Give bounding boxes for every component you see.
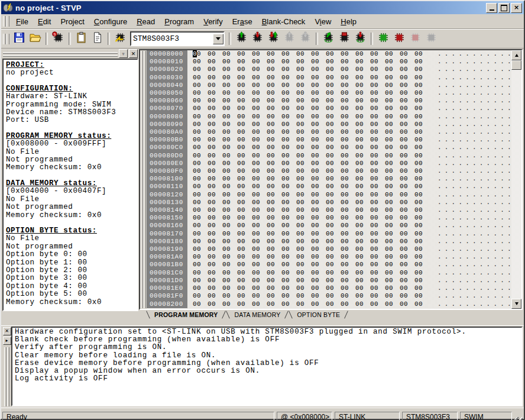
hex-byte[interactable]: 00	[355, 175, 370, 183]
hex-byte[interactable]: 00	[370, 269, 385, 277]
hex-byte[interactable]: 00	[208, 191, 222, 199]
minimize-button[interactable]	[486, 3, 497, 13]
hex-byte[interactable]: 00	[370, 50, 385, 58]
hex-byte[interactable]: 00	[311, 82, 326, 89]
hex-byte[interactable]: 00	[400, 82, 414, 89]
hex-byte[interactable]: 00	[341, 285, 355, 292]
hex-byte[interactable]: 00	[252, 66, 267, 73]
hex-byte[interactable]: 00	[311, 301, 326, 308]
hex-byte[interactable]: 00	[370, 230, 385, 238]
hex-byte[interactable]: 00	[252, 175, 267, 183]
hex-byte[interactable]: 00	[296, 152, 311, 160]
hex-byte[interactable]: 00	[222, 97, 237, 105]
hex-byte[interactable]: 00	[311, 128, 326, 136]
hex-byte[interactable]: 00	[296, 105, 311, 112]
hex-byte[interactable]: 00	[385, 301, 400, 308]
hex-byte[interactable]: 00	[311, 245, 326, 253]
hex-byte[interactable]: 00	[267, 183, 281, 190]
hex-byte[interactable]: 00	[237, 97, 252, 105]
hex-byte[interactable]: 00	[400, 292, 414, 300]
hex-bytes[interactable]: 00000000000000000000000000000000	[193, 245, 429, 253]
hex-byte[interactable]: 00	[281, 89, 296, 97]
hex-byte[interactable]: 00	[341, 50, 355, 58]
hex-byte[interactable]: 00	[208, 74, 222, 82]
hex-byte[interactable]: 00	[414, 74, 429, 82]
hex-byte[interactable]: 00	[237, 285, 252, 292]
horizontal-splitter[interactable]	[1, 319, 524, 326]
hex-bytes[interactable]: 00000000000000000000000000000000	[193, 58, 429, 66]
hex-byte[interactable]: 00	[237, 222, 252, 230]
hex-byte[interactable]: 00	[311, 152, 326, 160]
hex-byte[interactable]: 00	[296, 191, 311, 199]
hex-byte[interactable]: 00	[237, 191, 252, 199]
hex-byte[interactable]: 00	[326, 214, 341, 222]
hex-byte[interactable]: 00	[355, 222, 370, 230]
hex-bytes[interactable]: 00000000000000000000000000000000	[193, 160, 429, 167]
hex-byte[interactable]: 00	[311, 58, 326, 66]
hex-byte[interactable]: 00	[267, 82, 281, 89]
hex-byte[interactable]: 00	[237, 175, 252, 183]
hex-byte[interactable]: 00	[208, 222, 222, 230]
erase-device-button[interactable]	[392, 31, 407, 46]
hex-byte[interactable]: 00	[311, 238, 326, 245]
panel-menu-button[interactable]: ▾	[119, 49, 128, 58]
hex-byte[interactable]: 00	[414, 82, 429, 89]
hex-byte[interactable]: 00	[400, 206, 414, 214]
hex-byte[interactable]: 00	[267, 301, 281, 308]
hex-byte[interactable]: 00	[311, 113, 326, 121]
hex-byte[interactable]: 00	[281, 66, 296, 73]
hex-byte[interactable]: 00	[237, 269, 252, 277]
resize-grip[interactable]	[514, 417, 523, 420]
hex-byte[interactable]: 00	[326, 238, 341, 245]
hex-byte[interactable]: 00	[281, 82, 296, 89]
hex-byte[interactable]: 00	[252, 199, 267, 206]
log-gripper[interactable]	[4, 347, 9, 406]
hex-byte[interactable]: 00	[385, 199, 400, 206]
hex-byte[interactable]: 00	[208, 160, 222, 167]
hex-byte[interactable]: 00	[237, 199, 252, 206]
hex-byte[interactable]: 00	[414, 144, 429, 151]
hex-byte[interactable]: 00	[400, 113, 414, 121]
hex-byte[interactable]: 00	[385, 253, 400, 261]
hex-byte[interactable]: 00	[311, 183, 326, 190]
hex-byte[interactable]: 00	[385, 58, 400, 66]
hex-byte[interactable]: 00	[222, 58, 237, 66]
hex-byte[interactable]: 00	[208, 277, 222, 285]
hex-byte[interactable]: 00	[326, 144, 341, 151]
hex-byte[interactable]: 00	[385, 97, 400, 105]
hex-byte[interactable]: 00	[193, 74, 208, 82]
hex-byte[interactable]: 00	[341, 97, 355, 105]
hex-byte[interactable]: 00	[208, 238, 222, 245]
menu-edit[interactable]: Edit	[33, 15, 56, 28]
log-expand-button[interactable]: ▸	[3, 337, 11, 345]
hex-byte[interactable]: 00	[385, 113, 400, 121]
combo-dropdown-button[interactable]	[213, 34, 223, 44]
hex-byte[interactable]: 00	[370, 128, 385, 136]
hex-byte[interactable]: 00	[296, 175, 311, 183]
hex-byte[interactable]: 00	[414, 261, 429, 269]
hex-byte[interactable]: 00	[296, 222, 311, 230]
menu-read[interactable]: Read	[132, 15, 160, 28]
menu-project[interactable]: Project	[56, 15, 89, 28]
hex-byte[interactable]: 00	[296, 66, 311, 73]
tab-data-memory[interactable]: DATA MEMORY	[230, 311, 284, 319]
hex-byte[interactable]: 00	[385, 222, 400, 230]
hex-byte[interactable]: 00	[222, 269, 237, 277]
hex-byte[interactable]: 00	[267, 152, 281, 160]
hex-byte[interactable]: 00	[281, 301, 296, 308]
hex-byte[interactable]: 00	[296, 128, 311, 136]
hex-byte[interactable]: 00	[341, 74, 355, 82]
hex-byte[interactable]: 00	[208, 144, 222, 151]
close-button[interactable]: ×	[511, 3, 522, 13]
hex-byte[interactable]: 00	[193, 191, 208, 199]
hex-byte[interactable]: 00	[208, 230, 222, 238]
hex-byte[interactable]: 00	[414, 285, 429, 292]
hex-byte[interactable]: 00	[296, 269, 311, 277]
hex-byte[interactable]: 00	[267, 285, 281, 292]
hex-byte[interactable]: 00	[326, 245, 341, 253]
hex-bytes[interactable]: 00000000000000000000000000000000	[193, 113, 429, 121]
hex-byte[interactable]: 00	[208, 121, 222, 128]
hex-byte[interactable]: 00	[237, 89, 252, 97]
hex-byte[interactable]: 00	[296, 206, 311, 214]
hex-byte[interactable]: 00	[341, 136, 355, 144]
